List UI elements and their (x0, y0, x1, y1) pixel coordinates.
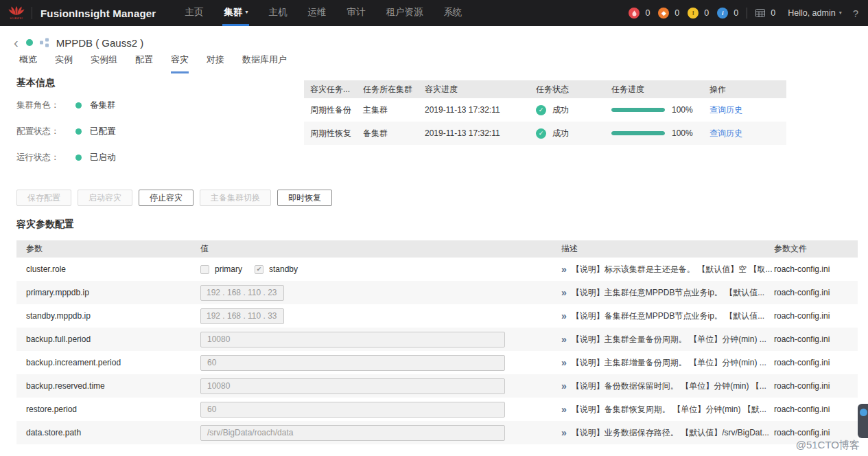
param-name: cluster.role (16, 264, 200, 274)
param-name: data.store.path (16, 428, 200, 437)
help-icon[interactable]: ? (853, 8, 858, 19)
param-file: roach-config.ini (774, 358, 858, 367)
tab-disaster-recovery[interactable]: 容灾 (171, 54, 189, 73)
cluster-header: ‹ MPPDB ( Gauss2 ) (12, 34, 143, 51)
alarm-count: 0 (704, 8, 709, 18)
nav-cluster[interactable]: 集群 ▾ (222, 0, 249, 26)
minor-alarm-icon: ! (688, 8, 699, 19)
status-dot (75, 155, 82, 161)
brand-area: HUAWEI FusionInsight Manager (0, 6, 156, 20)
expand-description-icon[interactable]: » (561, 264, 567, 274)
huawei-logo-text: HUAWEI (10, 16, 23, 20)
user-menu[interactable]: Hello, admin ▾ (788, 8, 842, 18)
checkbox-standby[interactable] (255, 265, 263, 274)
topbar-right: 0 ◆ 0 ! 0 i 0 (629, 8, 868, 19)
major-alarm-icon: ◆ (658, 8, 669, 19)
param-file: roach-config.ini (774, 311, 858, 321)
alarm-count: 0 (734, 8, 738, 18)
param-file: roach-config.ini (774, 334, 858, 344)
floating-widget-button[interactable] (858, 404, 868, 438)
checkbox-primary[interactable] (200, 265, 209, 274)
user-greeting: Hello, admin (788, 8, 835, 18)
start-dr-button[interactable]: 启动容灾 (78, 190, 132, 206)
nav-audit[interactable]: 审计 (345, 0, 366, 26)
param-row-backup-reserved-time: backup.reserved.time » 【说明】备份数据保留时间。 【单位… (16, 374, 858, 398)
alarm-major[interactable]: ◆ 0 (658, 8, 679, 19)
param-name: standby.mppdb.ip (16, 311, 200, 321)
param-file: roach-config.ini (774, 428, 858, 437)
expand-description-icon[interactable]: » (561, 404, 567, 414)
tab-configuration[interactable]: 配置 (135, 54, 153, 73)
nav-hosts[interactable]: 主机 (267, 0, 288, 26)
expand-description-icon[interactable]: » (561, 288, 567, 297)
dr-toolbar: 保存配置 启动容灾 停止容灾 主备集群切换 即时恢复 (16, 190, 332, 206)
alarm-minor[interactable]: ! 0 (688, 8, 709, 19)
tab-instance[interactable]: 实例 (55, 54, 73, 73)
param-row-data-store-path: data.store.path » 【说明】业务数据保存路径。 【默认值】/sr… (16, 421, 858, 444)
main-nav: 主页 集群 ▾ 主机 运维 审计 租户资源 系统 (183, 0, 481, 26)
tab-overview[interactable]: 概览 (19, 54, 37, 73)
param-name: restore.period (16, 404, 200, 414)
expand-description-icon[interactable]: » (561, 358, 567, 367)
tab-database-user[interactable]: 数据库用户 (242, 54, 287, 73)
alarm-critical[interactable]: 0 (629, 8, 650, 19)
cluster-status-dot (26, 39, 33, 46)
param-name: backup.reserved.time (16, 381, 200, 391)
progress-bar (611, 108, 665, 112)
task-list-entry[interactable]: 0 (755, 8, 775, 18)
warning-alarm-icon: i (717, 8, 728, 19)
page: HUAWEI FusionInsight Manager 主页 集群 ▾ 主机 … (0, 0, 868, 456)
back-icon[interactable]: ‹ (12, 36, 20, 49)
task-count: 0 (771, 8, 775, 18)
expand-description-icon[interactable]: » (561, 334, 567, 344)
query-history-link[interactable]: 查询历史 (709, 128, 742, 138)
param-row-cluster-role: cluster.role primary standby » 【说明】标示该集群… (16, 258, 858, 281)
param-file: roach-config.ini (774, 404, 858, 414)
huawei-logo-icon: HUAWEI (8, 6, 25, 20)
status-dot (75, 102, 82, 109)
backup-increament-period-input[interactable] (200, 355, 505, 371)
param-name: backup.full.period (16, 334, 200, 344)
dr-param-table: 参数 值 描述 参数文件 cluster.role primary standb… (16, 240, 858, 444)
task-table-header: 容灾任务... 任务所在集群 容灾进度 任务状态 任务进度 操作 (304, 80, 786, 98)
primary-ip-input[interactable] (200, 285, 284, 301)
param-name: primary.mppdb.ip (16, 288, 200, 297)
save-config-button[interactable]: 保存配置 (16, 190, 71, 206)
nav-tenant[interactable]: 租户资源 (384, 0, 424, 26)
tab-interconnection[interactable]: 对接 (207, 54, 224, 73)
nav-home[interactable]: 主页 (183, 0, 204, 26)
data-store-path-input[interactable] (200, 425, 505, 441)
param-row-backup-increament-period: backup.increament.period » 【说明】主集群增量备份周期… (16, 351, 858, 374)
nav-om[interactable]: 运维 (306, 0, 327, 26)
nav-system[interactable]: 系统 (442, 0, 463, 26)
chevron-down-icon: ▾ (839, 10, 842, 16)
watermark: @51CTO博客 (796, 439, 860, 452)
backup-reserved-time-input[interactable] (200, 378, 505, 394)
param-table-header: 参数 值 描述 参数文件 (16, 240, 858, 258)
param-file: roach-config.ini (774, 288, 858, 297)
table-row: 周期性恢复 备集群 2019-11-13 17:32:11 ✓ 成功 100% … (304, 122, 786, 145)
tab-instance-group[interactable]: 实例组 (91, 54, 117, 73)
stop-dr-button[interactable]: 停止容灾 (139, 190, 193, 206)
expand-description-icon[interactable]: » (561, 311, 567, 321)
switchover-button[interactable]: 主备集群切换 (200, 190, 271, 206)
expand-description-icon[interactable]: » (561, 381, 567, 391)
topbar-divider (747, 8, 747, 19)
standby-ip-input[interactable] (200, 308, 284, 324)
progress-bar (611, 131, 665, 135)
alarm-warning[interactable]: i 0 (717, 8, 738, 19)
info-row-cluster-role: 集群角色： 备集群 (16, 95, 284, 115)
param-row-backup-full-period: backup.full.period » 【说明】主集群全量备份周期。 【单位】… (16, 328, 858, 351)
cluster-icon (39, 38, 50, 47)
info-row-config-status: 配置状态： 已配置 (16, 121, 284, 141)
alarm-count: 0 (645, 8, 650, 18)
info-row-running-status: 运行状态： 已启动 (16, 147, 284, 168)
restore-period-input[interactable] (200, 402, 505, 418)
task-list-icon (755, 9, 765, 17)
expand-description-icon[interactable]: » (561, 428, 567, 437)
backup-full-period-input[interactable] (200, 332, 505, 347)
param-row-restore-period: restore.period » 【说明】备集群恢复周期。 【单位】分钟(min… (16, 398, 858, 421)
cluster-tabs: 概览 实例 实例组 配置 容灾 对接 数据库用户 (19, 54, 287, 73)
query-history-link[interactable]: 查询历史 (709, 105, 742, 115)
instant-restore-button[interactable]: 即时恢复 (277, 190, 332, 206)
